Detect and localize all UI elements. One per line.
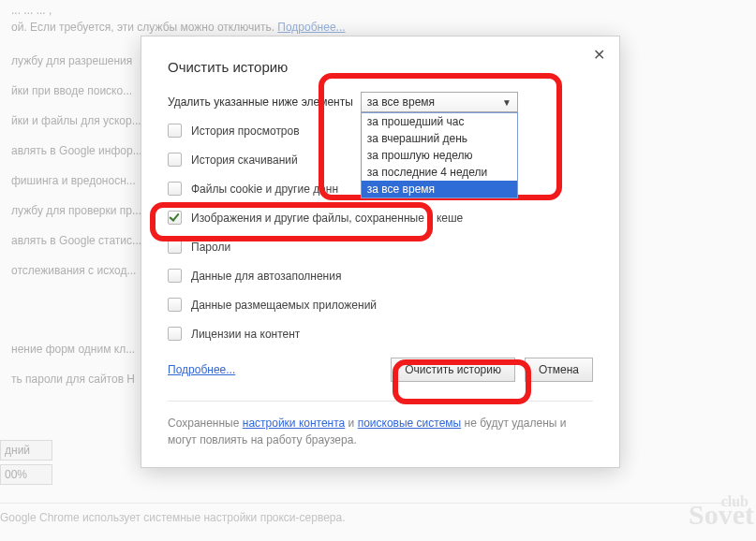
checkbox-cookies[interactable] <box>168 182 182 196</box>
label-cookies: Файлы cookie и другие данн <box>191 183 338 196</box>
close-icon[interactable]: ✕ <box>589 46 608 65</box>
option-week[interactable]: за прошлую неделю <box>362 147 517 164</box>
label-autofill: Данные для автозаполнения <box>191 270 341 283</box>
search-engines-link[interactable]: поисковые системы <box>358 417 462 430</box>
label-passwords: Пароли <box>191 241 230 254</box>
time-range-value: за все время <box>367 95 435 109</box>
label-cached-images: Изображения и другие файлы, сохраненные … <box>191 212 463 225</box>
dialog-footer-note: Сохраненные настройки контента и поисков… <box>168 401 593 448</box>
label-hosted-app-data: Данные размещаемых приложений <box>191 299 377 312</box>
cancel-button[interactable]: Отмена <box>525 358 593 382</box>
clear-history-dialog: ✕ Очистить историю Удалить указанные ниж… <box>141 36 620 468</box>
option-hour[interactable]: за прошедший час <box>362 113 517 130</box>
option-alltime[interactable]: за все время <box>362 181 517 197</box>
content-settings-link[interactable]: настройки контента <box>243 417 346 430</box>
checkbox-content-licenses[interactable] <box>168 327 182 341</box>
option-day[interactable]: за вчерашний день <box>362 130 517 147</box>
checkbox-passwords[interactable] <box>168 240 182 254</box>
learn-more-link[interactable]: Подробнее... <box>168 363 235 376</box>
time-range-dropdown: за прошедший час за вчерашний день за пр… <box>361 112 518 198</box>
time-range-select[interactable]: за все время ▼ <box>361 92 518 112</box>
option-4weeks[interactable]: за последние 4 недели <box>362 164 517 181</box>
label-download-history: История скачиваний <box>191 154 298 167</box>
checkbox-cached-images[interactable] <box>168 211 182 225</box>
checkbox-browsing-history[interactable] <box>168 124 182 138</box>
label-browsing-history: История просмотров <box>191 124 300 138</box>
checkbox-download-history[interactable] <box>168 153 182 167</box>
checkbox-autofill[interactable] <box>168 269 182 283</box>
clear-history-button[interactable]: Очистить историю <box>391 358 515 382</box>
chevron-down-icon: ▼ <box>502 97 511 108</box>
label-content-licenses: Лицензии на контент <box>191 328 300 341</box>
checkbox-hosted-app-data[interactable] <box>168 298 182 312</box>
prompt-text: Удалить указанные ниже элементы <box>168 95 353 109</box>
dialog-title: Очистить историю <box>168 59 593 75</box>
